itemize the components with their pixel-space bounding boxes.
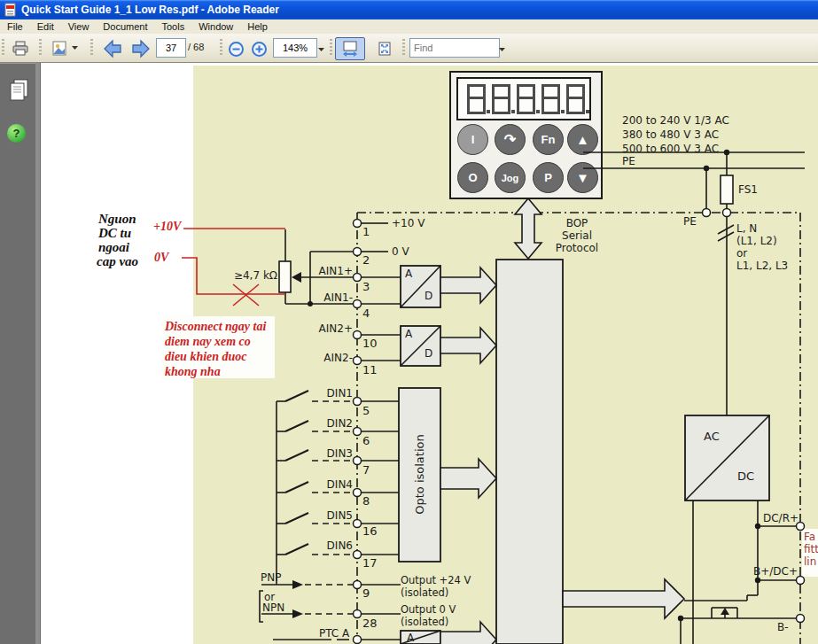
disconnect-note-1: Disconnect ngay tai (165, 320, 266, 334)
keypad-reverse-button: ↷ (495, 124, 526, 155)
bop-line-1: BOP (542, 217, 612, 229)
display-digit (467, 84, 486, 114)
disconnect-note-2: diem nay xem co (165, 335, 251, 349)
find-input[interactable] (409, 38, 500, 58)
fit-width-button[interactable] (335, 37, 365, 60)
dcr-label: DC/R+ (763, 512, 799, 524)
forward-arrow-icon (130, 39, 152, 58)
source-note-1: Nguon (98, 212, 136, 227)
mains-label-4: L1, L2, L3 (736, 260, 788, 272)
keypad-down-button: ▼ (567, 162, 598, 193)
terminal-number: 7 (362, 463, 370, 477)
ain1m-label: AIN1- (312, 291, 353, 304)
zero-v-annotation: 0V (154, 251, 168, 265)
terminal-number: 9 (362, 586, 370, 600)
disconnect-note-4: khong nha (165, 365, 221, 379)
title-bar[interactable]: Quick Start Guide 1_1 Low Res.pdf - Adob… (0, 0, 818, 19)
mains-label-1: L, N (736, 222, 757, 235)
output-0v-label: Output 0 V (401, 603, 456, 616)
next-page-button[interactable] (127, 37, 154, 60)
fuse-label: FS1 (738, 183, 758, 196)
ain2m-label: AIN2- (312, 352, 353, 364)
bop-protocol-label: BOP Serial Protocol (542, 217, 612, 254)
terminal-number: 4 (362, 306, 370, 320)
output-24v-isolated: (isolated) (401, 586, 448, 599)
din2-label: DIN2 (312, 417, 353, 430)
mains-label-3: or (736, 247, 747, 260)
help-icon[interactable]: ? (7, 124, 26, 143)
ain1p-label: AIN1+ (312, 265, 353, 277)
output-0v-isolated: (isolated) (401, 616, 448, 628)
potentiometer-label: ≥4,7 kΩ (222, 269, 277, 282)
terminal-number: 8 (362, 494, 370, 508)
terminal-number: 1 (362, 225, 370, 238)
minus-icon (228, 41, 245, 58)
chevron-down-icon (498, 40, 506, 58)
npn-label: NPN (262, 601, 284, 614)
display-digit (492, 84, 510, 114)
mains-label-2: (L1, L2) (736, 235, 777, 247)
pages-panel-icon[interactable] (9, 78, 30, 106)
source-note-4: cap vao (97, 254, 138, 269)
output-24v-label: Output +24 V (401, 574, 471, 586)
navigation-sidebar: ? (0, 63, 35, 644)
menu-document[interactable]: Document (96, 20, 154, 33)
fan-note-2: fitt (804, 543, 818, 555)
bop-keypad-panel: I ↷ Fn ▲ O Jog P ▼ (449, 71, 603, 199)
menu-file[interactable]: File (0, 20, 30, 33)
source-note-3: ngoai (98, 240, 129, 255)
zoom-level-input[interactable] (273, 38, 317, 58)
dc-label: DC (737, 469, 754, 483)
zoom-out-button[interactable] (224, 37, 248, 60)
bminus-label: B- (777, 621, 789, 633)
adobe-reader-window: Quick Start Guide 1_1 Low Res.pdf - Adob… (0, 0, 818, 644)
window-title: Quick Start Guide 1_1 Low Res.pdf - Adob… (21, 4, 279, 16)
terminal-number: 11 (362, 363, 378, 376)
menu-edit[interactable]: Edit (30, 20, 61, 33)
previous-page-button[interactable] (98, 37, 126, 60)
menu-help[interactable]: Help (240, 20, 275, 33)
voltage-range-3: 500 to 600 V 3 AC (622, 143, 719, 155)
voltage-range-2: 380 to 480 V 3 AC (622, 128, 719, 141)
print-button[interactable] (7, 37, 34, 60)
ad2-d-label: D (425, 347, 432, 360)
find-dropdown-button[interactable] (495, 37, 509, 60)
menu-window[interactable]: Window (191, 20, 240, 33)
ac-label: AC (704, 430, 720, 443)
din3-label: DIN3 (312, 447, 353, 460)
keypad-jog-button: Jog (495, 162, 526, 193)
ad1-a-label: A (405, 268, 412, 280)
page-number-input[interactable] (156, 38, 186, 58)
keypad-p-button: P (533, 162, 564, 193)
menu-tools[interactable]: Tools (155, 20, 192, 33)
ad1-d-label: D (425, 290, 432, 302)
plus-icon (251, 41, 268, 58)
keypad-fn-button: Fn (533, 124, 564, 155)
zoom-in-button[interactable] (247, 37, 271, 60)
chevron-down-icon (71, 38, 79, 59)
page-total-label: / 68 (188, 42, 204, 52)
plus10v-annotation: +10V (153, 220, 181, 234)
din1-label: DIN1 (312, 387, 353, 400)
picture-tasks-button[interactable] (46, 37, 83, 60)
keypad-up-button: ▲ (567, 124, 598, 155)
t2-label: 0 V (392, 245, 409, 258)
terminal-number: 28 (362, 617, 378, 630)
din6-label: DIN6 (312, 539, 353, 552)
terminal-number: 3 (362, 280, 370, 293)
fit-page-button[interactable] (370, 37, 400, 60)
menu-view[interactable]: View (61, 20, 97, 33)
zoom-dropdown-button[interactable] (315, 37, 328, 60)
din5-label: DIN5 (312, 509, 353, 522)
bop-line-2: Serial (542, 229, 612, 242)
source-note-2: DC tu (98, 226, 131, 241)
terminal-number: 10 (362, 337, 378, 350)
bop-line-3: Protocol (542, 242, 612, 254)
fan-note-1: Fa (804, 531, 815, 543)
bplus-label: B+/DC+ (753, 565, 798, 578)
terminal-number: 2 (362, 253, 370, 267)
fit-width-icon (341, 40, 359, 58)
terminal-number: 17 (362, 556, 378, 570)
ptc-label: PTC A (319, 627, 349, 640)
ad3-a-label: A (407, 632, 414, 644)
